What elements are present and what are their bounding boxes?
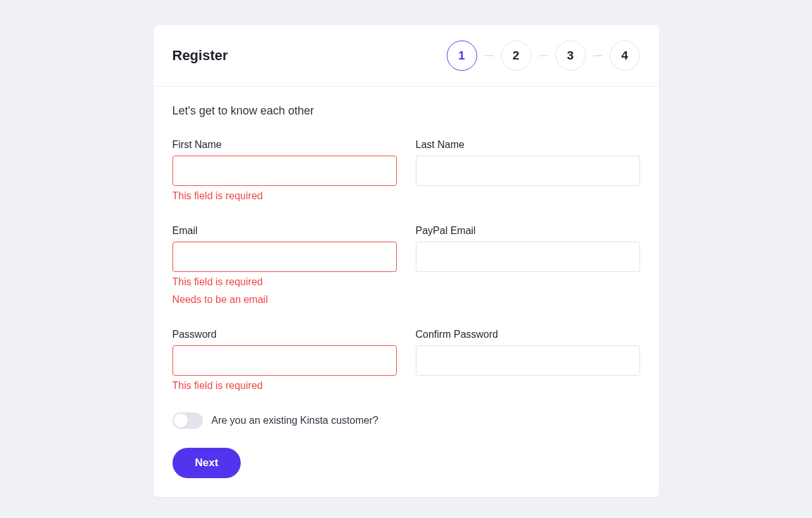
first-name-input[interactable]: [173, 156, 397, 186]
step-separator: [593, 55, 602, 56]
paypal-email-label: PayPal Email: [416, 225, 640, 237]
stepper: 1 2 3 4: [447, 40, 640, 71]
email-label: Email: [173, 225, 397, 237]
next-button[interactable]: Next: [173, 448, 241, 478]
password-label: Password: [173, 329, 397, 340]
existing-customer-row: Are you an existing Kinsta customer?: [173, 412, 640, 429]
page-title: Register: [173, 47, 228, 64]
step-3[interactable]: 3: [555, 40, 586, 71]
subtitle: Let's get to know each other: [173, 104, 640, 118]
paypal-email-input[interactable]: [416, 242, 640, 272]
email-error-1: This field is required: [173, 274, 397, 290]
email-error-2: Needs to be an email: [173, 292, 397, 307]
existing-customer-toggle[interactable]: [173, 412, 203, 429]
confirm-password-label: Confirm Password: [416, 329, 640, 340]
register-card: Register 1 2 3 4 Let's get to know each …: [154, 25, 659, 497]
first-name-error: This field is required: [173, 188, 397, 204]
step-1[interactable]: 1: [447, 40, 477, 71]
last-name-label: Last Name: [416, 139, 640, 151]
paypal-email-field-wrap: PayPal Email: [416, 225, 640, 272]
confirm-password-input[interactable]: [416, 345, 640, 376]
password-error: This field is required: [173, 378, 397, 393]
form-grid: First Name This field is required Last N…: [173, 139, 640, 393]
password-field-wrap: Password This field is required: [173, 329, 397, 393]
toggle-knob: [174, 414, 188, 428]
email-input[interactable]: [173, 242, 397, 272]
step-separator: [485, 55, 494, 56]
step-separator: [539, 55, 548, 56]
card-body: Let's get to know each other First Name …: [154, 87, 659, 497]
email-field-wrap: Email This field is required Needs to be…: [173, 225, 397, 307]
step-4[interactable]: 4: [610, 40, 640, 71]
confirm-password-field-wrap: Confirm Password: [416, 329, 640, 376]
last-name-field-wrap: Last Name: [416, 139, 640, 186]
password-input[interactable]: [173, 345, 397, 376]
first-name-field-wrap: First Name This field is required: [173, 139, 397, 204]
step-2[interactable]: 2: [501, 40, 531, 71]
card-header: Register 1 2 3 4: [154, 25, 659, 87]
first-name-label: First Name: [173, 139, 397, 151]
last-name-input[interactable]: [416, 156, 640, 186]
existing-customer-label: Are you an existing Kinsta customer?: [212, 415, 379, 426]
